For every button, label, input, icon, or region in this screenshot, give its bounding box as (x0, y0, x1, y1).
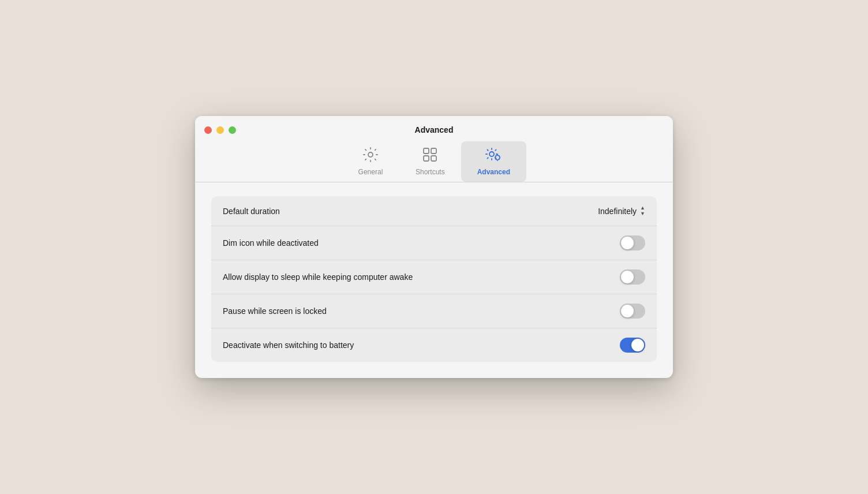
stepper-arrows: ▲ ▼ (640, 205, 645, 216)
toggle-pause-locked[interactable] (620, 304, 645, 319)
toggle-deactivate-battery-track (620, 338, 645, 353)
titlebar: Advanced General (195, 116, 673, 182)
tab-advanced[interactable]: Advanced (461, 141, 526, 182)
setting-label-default-duration: Default duration (223, 207, 280, 216)
svg-rect-3 (431, 156, 436, 161)
tab-advanced-label: Advanced (477, 168, 510, 176)
shortcuts-icon (422, 147, 437, 166)
setting-label-display-sleep: Allow display to sleep while keeping com… (223, 272, 413, 282)
setting-row-deactivate-battery: Deactivate when switching to battery (211, 328, 657, 362)
setting-row-default-duration: Default duration Indefinitely ▲ ▼ (211, 196, 657, 226)
tab-shortcuts-label: Shortcuts (416, 168, 445, 176)
toggle-pause-locked-track (620, 304, 645, 319)
setting-label-pause-locked: Pause while screen is locked (223, 306, 327, 316)
advanced-icon (485, 147, 502, 166)
toggle-dim-icon-track (620, 235, 645, 250)
setting-row-display-sleep: Allow display to sleep while keeping com… (211, 260, 657, 294)
setting-row-pause-locked: Pause while screen is locked (211, 294, 657, 328)
svg-rect-1 (431, 148, 436, 154)
app-window: Advanced General (195, 116, 673, 378)
close-button[interactable] (204, 126, 212, 134)
tab-general-label: General (358, 168, 383, 176)
setting-label-deactivate-battery: Deactivate when switching to battery (223, 340, 354, 350)
duration-stepper[interactable]: Indefinitely ▲ ▼ (598, 205, 645, 216)
stepper-up-icon: ▲ (640, 205, 645, 211)
setting-row-dim-icon: Dim icon while deactivated (211, 226, 657, 260)
content-area: Default duration Indefinitely ▲ ▼ Dim ic… (195, 182, 673, 378)
toggle-deactivate-battery[interactable] (620, 338, 645, 353)
svg-rect-2 (424, 156, 429, 161)
settings-card: Default duration Indefinitely ▲ ▼ Dim ic… (211, 196, 657, 362)
toggle-display-sleep-thumb (621, 271, 634, 283)
stepper-down-icon: ▼ (640, 211, 645, 216)
duration-value: Indefinitely (598, 207, 637, 216)
toggle-pause-locked-thumb (621, 305, 634, 317)
svg-rect-0 (424, 148, 429, 154)
toggle-display-sleep[interactable] (620, 270, 645, 285)
toggle-deactivate-battery-thumb (631, 339, 644, 351)
toggle-dim-icon-thumb (621, 237, 634, 249)
setting-label-dim-icon: Dim icon while deactivated (223, 238, 319, 248)
toggle-dim-icon[interactable] (620, 235, 645, 250)
maximize-button[interactable] (229, 126, 236, 134)
tab-shortcuts[interactable]: Shortcuts (399, 141, 461, 182)
window-controls (204, 126, 236, 134)
toolbar: General Shortcuts (342, 141, 526, 182)
window-title: Advanced (415, 125, 454, 134)
tab-general[interactable]: General (342, 141, 399, 182)
minimize-button[interactable] (216, 126, 224, 134)
toggle-display-sleep-track (620, 270, 645, 285)
general-icon (363, 147, 378, 166)
